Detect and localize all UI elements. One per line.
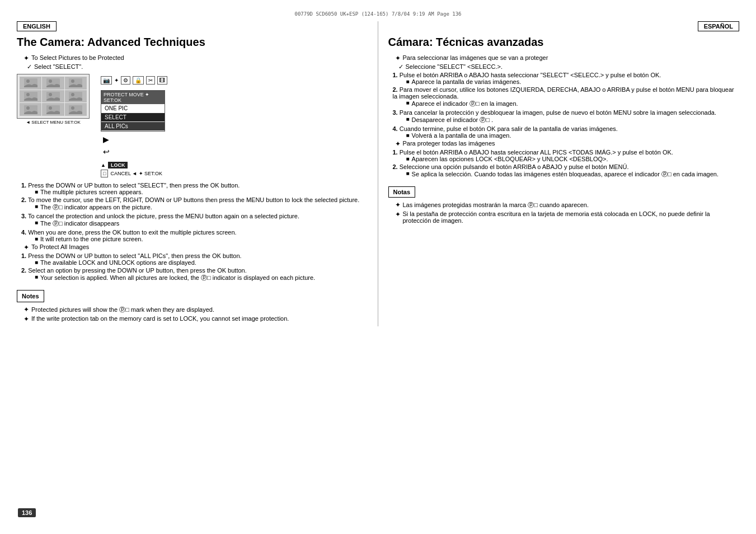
svg-point-15 xyxy=(49,106,52,110)
person-icon-7 xyxy=(23,104,39,115)
protect-menu: PROTECT MOVE ✦ SET:OK ONE PIC SELECT ALL… xyxy=(101,90,165,132)
person-icon-9 xyxy=(68,104,83,115)
cancel-label: CANCEL ◄ ✦ SET:OK xyxy=(110,171,162,176)
step-2b-right: 2. Seleccione una opción pulsando el bot… xyxy=(393,163,740,179)
cross-icon-rnote2: ✦ xyxy=(395,210,401,224)
notas-box-right: Notas xyxy=(388,186,416,198)
person-icon-6 xyxy=(68,91,83,102)
grid-cell-1 xyxy=(20,77,41,90)
sub-2-left: ■ The ⓟ□ indicator appears on the pictur… xyxy=(35,203,368,212)
cross-icon-note1: ✦ xyxy=(24,306,29,314)
sq-bullet-r6: ■ xyxy=(406,170,410,179)
note-1-left: ✦ Protected pictures will show the ⓟ□ ma… xyxy=(24,306,368,314)
square-bullet-1: ■ xyxy=(35,189,38,195)
svg-point-3 xyxy=(49,79,52,83)
person-icon-1 xyxy=(23,77,39,88)
sq-bullet-r3: ■ xyxy=(406,116,410,124)
sub-2b-right: ■ Se aplica la selección. Cuando todas l… xyxy=(406,170,740,179)
menu-item-allpics: ALL PICs xyxy=(101,122,165,131)
grid-cell-7 xyxy=(20,103,41,116)
play-icon: ▶ xyxy=(103,135,167,144)
grid-cell-5 xyxy=(42,90,64,103)
right-images-area: 📷 ✦ ⚙ 🔒 ✂ 🎞 PROTECT MOVE ✦ SET:OK ONE PI… xyxy=(101,74,167,180)
grid-cell-4 xyxy=(20,90,41,103)
step-3-left: 3. To cancel the protection and unlock t… xyxy=(21,213,368,228)
lock-label: LOCK xyxy=(108,162,128,168)
lock-cancel-row: ▲ LOCK □ CANCEL ◄ ✦ SET:OK xyxy=(101,162,167,177)
notes-label-left: Notes xyxy=(22,293,39,299)
note-1-right: ✦ Las imágenes protegidas mostrarán la m… xyxy=(395,201,740,209)
sub-4-left: ■ It will return to the one picture scre… xyxy=(35,236,368,242)
grid-cell-9 xyxy=(65,103,87,116)
step-1-left: 1. Press the DOWN or UP button to select… xyxy=(21,182,368,195)
lock-item: ▲ LOCK xyxy=(101,162,167,168)
sub-2b-left: ■ Your selection is applied. When all pi… xyxy=(35,274,368,282)
notes-section-left: Notes ✦ Protected pictures will show the… xyxy=(17,285,368,323)
cam-icon: 📷 xyxy=(101,76,112,85)
camera-grid-area: ◄ SELECT MENU SET:OK xyxy=(17,74,90,180)
note-2-right: ✦ Si la pestaña de protección contra esc… xyxy=(395,210,740,224)
left-column: ENGLISH The Camera: Advanced Techniques … xyxy=(17,21,378,326)
cross-icon-r1: ✦ xyxy=(395,54,401,62)
step-2b-left: 2. Select an option by pressing the DOWN… xyxy=(21,267,368,282)
square-bullet-2: ■ xyxy=(35,203,38,212)
lang-header-english: ENGLISH xyxy=(17,21,57,31)
meta-line: 00779D SCD6050 UK+ESP (124-165) 7/8/04 9… xyxy=(17,11,739,17)
sub-1b-left: ■ The available LOCK and UNLOCK options … xyxy=(35,259,368,266)
person-icon-5 xyxy=(45,91,61,102)
square-bullet-3: ■ xyxy=(35,219,38,228)
grid-cell-2 xyxy=(42,77,64,90)
sub-1-left: ■ The multiple pictures screen appears. xyxy=(35,189,368,195)
star-icon: ✦ xyxy=(114,77,119,83)
person-icon-4 xyxy=(23,91,39,102)
camera-grid xyxy=(17,74,90,119)
sq-bullet-r4: ■ xyxy=(406,132,410,139)
sq-bullet-r2: ■ xyxy=(406,100,410,108)
cancel-item: □ CANCEL ◄ ✦ SET:OK xyxy=(101,170,167,177)
svg-point-11 xyxy=(71,93,74,96)
step-2-left: 2. To move the cursor, use the LEFT, RIG… xyxy=(21,196,368,212)
sub-1b-right: ■ Aparecen las opciones LOCK <BLOQUEAR> … xyxy=(406,156,740,162)
person-icon-2 xyxy=(45,77,61,88)
image-menu-area: ◄ SELECT MENU SET:OK 📷 ✦ ⚙ 🔒 ✂ 🎞 xyxy=(17,74,368,180)
sq-bullet-r1: ■ xyxy=(406,78,410,85)
bullet-seleccionar: ✦ Para seleccionar las imágenes que se v… xyxy=(395,54,740,62)
triangle-up-icon: ▲ xyxy=(101,162,106,168)
person-icon-3 xyxy=(68,77,83,88)
return-arrow-icon: ↩ xyxy=(103,147,167,156)
page: 00779D SCD6050 UK+ESP (124-165) 7/8/04 9… xyxy=(0,0,756,534)
right-content: ✦ Para seleccionar las imágenes que se v… xyxy=(388,54,740,224)
check-seleccione: ✓ Seleccione "SELECT" <SELECC.>. xyxy=(398,63,740,71)
sub-3-right: ■ Desaparece el indicador ⓟ□ . xyxy=(406,116,740,124)
sub-2-right: ■ Aparece el indicador ⓟ□ en la imagen. xyxy=(406,100,740,108)
person-icon-8 xyxy=(45,104,61,115)
film-icon: 🎞 xyxy=(157,76,167,85)
check-select: ✓ Select "SELECT". xyxy=(27,63,368,71)
columns: ENGLISH The Camera: Advanced Techniques … xyxy=(17,21,739,326)
step-1b-right: 1. Pulse el botón ARRIBA o ABAJO hasta s… xyxy=(393,149,740,162)
svg-point-17 xyxy=(71,106,74,110)
menu-top-bar: PROTECT MOVE ✦ SET:OK xyxy=(101,91,165,104)
right-column: ESPAÑOL Cámara: Técnicas avanzadas ✦ Par… xyxy=(378,21,740,326)
svg-point-13 xyxy=(26,106,30,110)
page-number-badge: 136 xyxy=(18,508,36,517)
right-section-title: Cámara: Técnicas avanzadas xyxy=(388,36,740,49)
svg-point-9 xyxy=(49,93,52,96)
grid-cell-6 xyxy=(65,90,87,103)
bullet-protect-all: ✦ To Protect All Images xyxy=(24,243,368,251)
notes-box-left: Notes xyxy=(17,290,44,302)
cross-icon-note2: ✦ xyxy=(24,315,29,323)
step-3-right: 3. Para cancelar la protección y desbloq… xyxy=(393,109,740,124)
bullet-proteger-all: ✦ Para proteger todas las imágenes xyxy=(395,140,740,148)
grid-cell-8 xyxy=(42,103,64,116)
cross-icon-r2: ✦ xyxy=(395,140,401,148)
step-2-right: 2. Para mover el cursor, utilice los bot… xyxy=(393,86,740,108)
note-2-left: ✦ If the write protection tab on the mem… xyxy=(24,315,368,323)
notas-label-right: Notas xyxy=(393,189,411,195)
sub-3-left: ■ The ⓟ□ indicator disappears xyxy=(35,219,368,228)
svg-point-1 xyxy=(26,79,30,83)
cross-icon-1: ✦ xyxy=(24,54,29,62)
svg-point-5 xyxy=(71,79,74,83)
step-1-right: 1. Pulse el botón ARRIBA o ABAJO hasta s… xyxy=(393,72,740,85)
sub-4-right: ■ Volverá a la pantalla de una imagen. xyxy=(406,132,740,139)
